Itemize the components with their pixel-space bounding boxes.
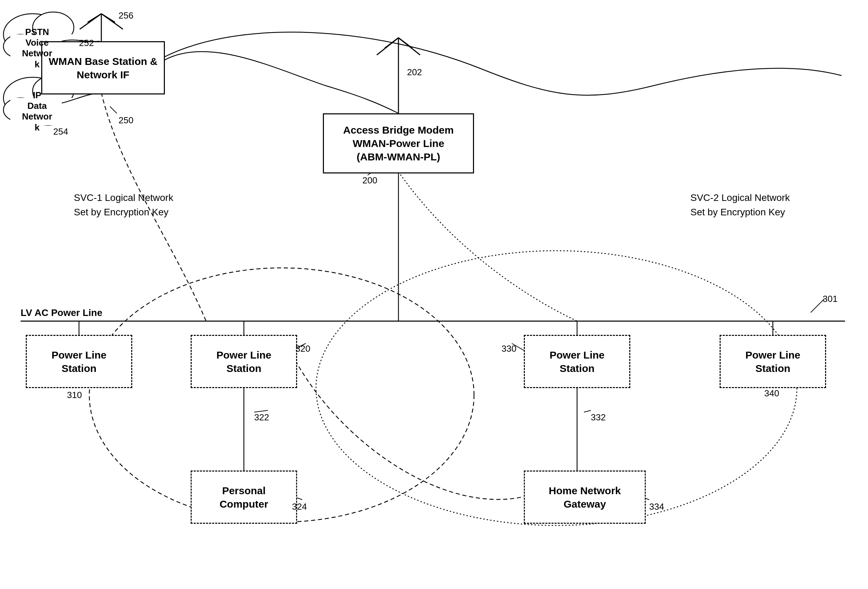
pls-330-box: Power LineStation <box>524 335 630 388</box>
ref-252: 252 <box>79 38 94 49</box>
abm-box: Access Bridge ModemWMAN-Power Line(ABM-W… <box>323 113 474 173</box>
pls-330-label: Power LineStation <box>549 348 605 375</box>
diagram-container: WMAN Base Station & Network IF Access Br… <box>0 0 868 589</box>
ref-320: 320 <box>295 344 310 354</box>
pls-340-label: Power LineStation <box>745 348 800 375</box>
svg-line-9 <box>399 38 420 55</box>
ref-254: 254 <box>53 126 68 137</box>
hng-box: Home NetworkGateway <box>524 471 646 524</box>
ref-332: 332 <box>591 412 605 423</box>
svc2-label: SVC-2 Logical NetworkSet by Encryption K… <box>691 190 790 220</box>
svg-line-8 <box>377 38 399 55</box>
ref-310: 310 <box>67 390 82 400</box>
abm-label: Access Bridge ModemWMAN-Power Line(ABM-W… <box>343 123 454 164</box>
ref-334: 334 <box>649 502 664 512</box>
ref-330: 330 <box>502 344 516 354</box>
svg-line-39 <box>110 106 117 113</box>
svg-line-7 <box>399 38 412 48</box>
pls-340-box: Power LineStation <box>720 335 826 388</box>
svg-line-1 <box>88 14 101 22</box>
svg-line-30 <box>810 299 824 313</box>
svg-line-3 <box>80 14 101 29</box>
ref-202: 202 <box>407 67 422 78</box>
ref-301: 301 <box>823 294 837 304</box>
pstn-cloud-label: PSTNVoiceNetwork <box>10 27 65 70</box>
ref-250: 250 <box>118 115 133 126</box>
ref-340: 340 <box>764 388 779 399</box>
pls-310-label: Power LineStation <box>52 348 106 375</box>
pc-box: PersonalComputer <box>190 471 297 524</box>
pc-label: PersonalComputer <box>220 484 268 511</box>
ref-200: 200 <box>362 175 377 186</box>
svg-line-2 <box>101 14 115 22</box>
lv-ac-label: LV AC Power Line <box>21 307 102 318</box>
pls-320-box: Power LineStation <box>190 335 297 388</box>
ref-322: 322 <box>254 412 269 423</box>
pls-310-box: Power LineStation <box>26 335 132 388</box>
ref-256: 256 <box>118 10 133 21</box>
svc1-label: SVC-1 Logical NetworkSet by Encryption K… <box>74 190 173 220</box>
ref-324: 324 <box>292 502 307 512</box>
hng-label: Home NetworkGateway <box>549 484 621 511</box>
pls-320-label: Power LineStation <box>216 348 272 375</box>
svg-line-35 <box>584 410 591 412</box>
svg-line-6 <box>385 38 399 48</box>
